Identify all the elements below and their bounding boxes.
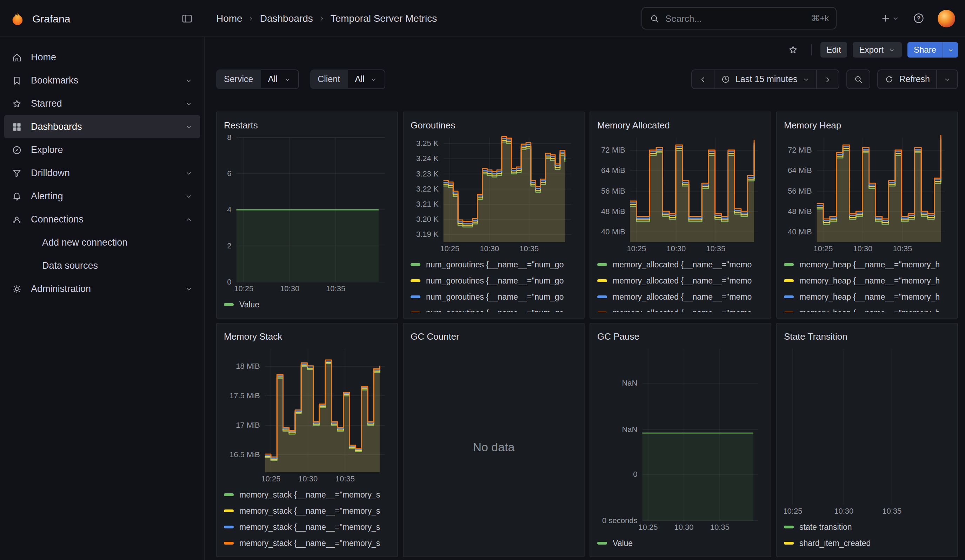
sidebar-toggle-button[interactable]: [177, 8, 196, 28]
panel-chart[interactable]: 72 MiB64 MiB56 MiB48 MiB40 MiB10:2510:30…: [784, 133, 950, 255]
panel-grid: Restarts8642010:2510:3010:35ValueGorouti…: [216, 112, 958, 560]
legend-item[interactable]: memory_stack {__name__="memory_s: [224, 503, 390, 519]
share-dropdown-button[interactable]: [942, 42, 958, 57]
share-button[interactable]: Share: [908, 42, 942, 57]
sidebar-item-dashboards[interactable]: Dashboards: [4, 115, 200, 138]
refresh-interval-button[interactable]: [936, 70, 958, 89]
panel-chart[interactable]: 18 MiB17.5 MiB17 MiB16.5 MiB10:2510:3010…: [224, 344, 390, 485]
chevron-right-icon: [823, 75, 833, 84]
legend-item[interactable]: Value: [224, 296, 390, 312]
panel-title[interactable]: GC Counter: [411, 328, 577, 344]
search-input[interactable]: Search... ⌘+k: [641, 7, 837, 29]
help-button[interactable]: ?: [909, 8, 929, 28]
panel-title[interactable]: State Transition: [784, 328, 950, 344]
svg-text:10:25: 10:25: [784, 507, 802, 516]
legend-item[interactable]: num_goroutines {__name__="num_go: [411, 272, 577, 289]
legend-item[interactable]: num_goroutines {__name__="num_go: [411, 305, 577, 312]
legend-color-icon: [784, 525, 794, 528]
legend-item[interactable]: Value: [597, 535, 764, 551]
export-button[interactable]: Export: [853, 42, 902, 57]
time-range-picker[interactable]: Last 15 minutes: [714, 70, 817, 89]
svg-text:?: ?: [917, 15, 921, 22]
variable-label: Service: [216, 70, 261, 89]
svg-text:40 MiB: 40 MiB: [601, 227, 625, 236]
panel-legend: memory_heap {__name__="memory_hmemory_he…: [784, 256, 950, 312]
chevron-left-icon: [698, 75, 707, 84]
sidebar-item-bookmarks[interactable]: Bookmarks: [4, 69, 200, 92]
panel-title[interactable]: Goroutines: [411, 116, 577, 133]
legend-item[interactable]: memory_heap {__name__="memory_h: [784, 305, 950, 312]
svg-text:10:30: 10:30: [674, 523, 694, 532]
panel-chart[interactable]: 8642010:2510:3010:35: [224, 133, 390, 295]
legend-item[interactable]: memory_allocated {__name__="memo: [597, 256, 764, 272]
sidebar-item-administration[interactable]: Administration: [4, 277, 200, 300]
edit-button-label: Edit: [826, 45, 841, 55]
svg-text:17 MiB: 17 MiB: [236, 421, 260, 429]
legend-item[interactable]: memory_heap {__name__="memory_h: [784, 289, 950, 305]
panel-title[interactable]: Restarts: [224, 116, 390, 133]
legend-item[interactable]: memory_allocated {__name__="memo: [597, 289, 764, 305]
legend-item[interactable]: memory_allocated {__name__="memo: [597, 272, 764, 289]
panel-title[interactable]: Memory Allocated: [597, 116, 764, 133]
legend-item[interactable]: memory_heap {__name__="memory_h: [784, 256, 950, 272]
panel-chart[interactable]: NaNNaN00 seconds10:2510:3010:35: [597, 344, 764, 533]
legend-item[interactable]: memory_heap {__name__="memory_h: [784, 272, 950, 289]
variable-value-dropdown[interactable]: All: [348, 70, 386, 89]
svg-text:10:30: 10:30: [666, 244, 686, 253]
edit-button[interactable]: Edit: [820, 42, 847, 57]
legend-item[interactable]: shard_item_created: [784, 535, 950, 551]
panel-title[interactable]: GC Pause: [597, 328, 764, 344]
variable-label: Client: [310, 70, 348, 89]
sidebar-item-alerting[interactable]: Alerting: [4, 184, 200, 208]
svg-text:0: 0: [227, 278, 231, 286]
chevron-up-icon: [185, 215, 193, 224]
sidebar-item-data-sources[interactable]: Data sources: [4, 254, 200, 277]
breadcrumb-item-home[interactable]: Home: [216, 13, 242, 24]
sidebar-item-label: Add new connection: [42, 237, 128, 248]
panel-title[interactable]: Memory Stack: [224, 328, 390, 344]
sidebar-item-drilldown[interactable]: Drilldown: [4, 162, 200, 184]
breadcrumb-item-dashboards[interactable]: Dashboards: [260, 13, 313, 24]
legend-item[interactable]: state transition: [784, 519, 950, 535]
legend-item[interactable]: num_goroutines {__name__="num_go: [411, 289, 577, 305]
svg-text:10:30: 10:30: [298, 474, 317, 483]
time-range-label: Last 15 minutes: [736, 74, 798, 84]
refresh-button[interactable]: Refresh: [877, 70, 937, 89]
svg-text:10:25: 10:25: [234, 284, 254, 293]
time-controls: Last 15 minutes: [691, 70, 958, 89]
user-avatar[interactable]: [938, 10, 955, 27]
legend-item[interactable]: memory_stack {__name__="memory_s: [224, 535, 390, 551]
sidebar-item-home[interactable]: Home: [4, 46, 200, 69]
panel-chart[interactable]: 10:2510:3010:35: [784, 344, 950, 517]
zoom-out-button[interactable]: [846, 70, 870, 89]
plus-icon: [880, 13, 891, 24]
legend-color-icon: [784, 541, 794, 544]
svg-text:48 MiB: 48 MiB: [788, 207, 812, 216]
drilldown-icon: [11, 167, 23, 179]
svg-text:10:35: 10:35: [882, 507, 901, 516]
panel-chart[interactable]: 3.25 K3.24 K3.23 K3.22 K3.21 K3.20 K3.19…: [411, 133, 577, 255]
sidebar-item-label: Drilldown: [31, 168, 70, 178]
time-forward-button[interactable]: [816, 70, 839, 89]
sidebar-item-connections[interactable]: Connections: [4, 208, 200, 231]
variable-value-dropdown[interactable]: All: [261, 70, 299, 89]
favorite-star-button[interactable]: [783, 40, 803, 60]
time-back-button[interactable]: [691, 70, 715, 89]
sidebar-item-starred[interactable]: Starred: [4, 92, 200, 115]
legend-item[interactable]: memory_stack {__name__="memory_s: [224, 486, 390, 503]
panel-goroutines: Goroutines3.25 K3.24 K3.23 K3.22 K3.21 K…: [403, 112, 585, 318]
legend-item[interactable]: memory_stack {__name__="memory_s: [224, 519, 390, 535]
svg-text:10:35: 10:35: [326, 284, 345, 293]
chevron-down-icon: [947, 46, 955, 54]
add-new-button[interactable]: [880, 13, 900, 24]
panel-chart[interactable]: 72 MiB64 MiB56 MiB48 MiB40 MiB10:2510:30…: [597, 133, 764, 255]
breadcrumb-item-temporal-server-metrics[interactable]: Temporal Server Metrics: [330, 13, 437, 24]
refresh-label: Refresh: [899, 74, 930, 84]
legend-item[interactable]: memory_allocated {__name__="memo: [597, 305, 764, 312]
panel-memory-stack: Memory Stack18 MiB17.5 MiB17 MiB16.5 MiB…: [216, 323, 398, 557]
legend-item[interactable]: num_goroutines {__name__="num_go: [411, 256, 577, 272]
svg-text:17.5 MiB: 17.5 MiB: [229, 391, 260, 400]
sidebar-item-add-new-connection[interactable]: Add new connection: [4, 231, 200, 254]
sidebar-item-explore[interactable]: Explore: [4, 138, 200, 162]
panel-title[interactable]: Memory Heap: [784, 116, 950, 133]
